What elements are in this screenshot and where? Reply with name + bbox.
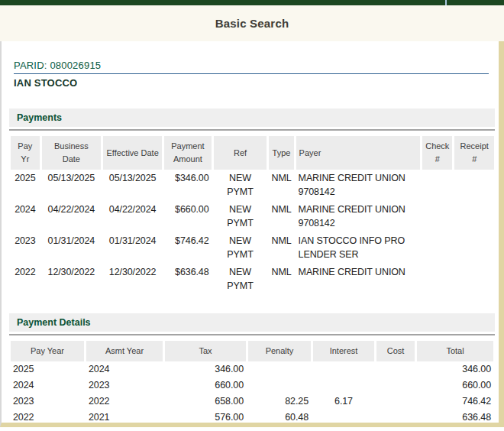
receipt-no [454, 264, 494, 295]
col-total: Total [417, 341, 493, 361]
effective-date: 04/22/2024 [103, 201, 162, 232]
check-no [422, 264, 452, 295]
payer: MARINE CREDIT UNION [296, 264, 421, 295]
payments-section: Payments Pay Yr Business Date Effective … [9, 109, 496, 295]
interest: 6.17 [313, 394, 374, 410]
col-payer: Payer [296, 136, 421, 170]
cost [376, 410, 415, 426]
payment-details-section-title: Payment Details [9, 313, 495, 332]
ref: NEW PYMT [214, 170, 267, 201]
details-header-row: Pay Year Asmt Year Tax Penalty Interest … [11, 341, 493, 361]
payment-amount: $746.42 [164, 232, 211, 264]
header-divider [445, 0, 447, 5]
check-no [422, 232, 452, 264]
pay-yr: 2023 [11, 232, 40, 264]
payment-details-table: Pay Year Asmt Year Tax Penalty Interest … [8, 341, 496, 426]
payment-row: 2025 05/13/2025 05/13/2025 $346.00 NEW P… [11, 170, 494, 201]
pay-year: 2022 [11, 410, 84, 426]
page-title: Basic Search [215, 17, 289, 30]
parid-label: PARID: [14, 60, 47, 71]
type: NML [269, 201, 293, 232]
col-receipt-no: Receipt # [454, 136, 494, 170]
total: 346.00 [417, 361, 493, 378]
asmt-year: 2021 [86, 410, 163, 426]
penalty: 82.25 [248, 394, 311, 410]
payer: IAN STOCCO INFO PRO LENDER SER [296, 232, 421, 264]
payment-row: 2022 12/30/2022 12/30/2022 $636.48 NEW P… [11, 264, 494, 295]
section-rule [9, 129, 495, 131]
parid-line: PARID: 080026915 [14, 60, 489, 74]
pay-yr: 2025 [11, 170, 40, 201]
col-tax: Tax [165, 341, 246, 361]
col-cost: Cost [376, 341, 415, 361]
owner-name: IAN STOCCO [14, 77, 496, 89]
payments-section-title: Payments [9, 109, 495, 127]
payments-header-row: Pay Yr Business Date Effective Date Paym… [11, 136, 494, 170]
total: 746.42 [417, 394, 493, 410]
asmt-year: 2022 [86, 394, 163, 410]
asmt-year: 2024 [86, 361, 163, 378]
payment-amount: $660.00 [164, 201, 211, 232]
penalty [248, 378, 311, 394]
payment-row: 2023 01/31/2024 01/31/2024 $746.42 NEW P… [11, 232, 494, 264]
pay-year: 2023 [11, 394, 84, 410]
penalty: 60.48 [248, 410, 311, 426]
pay-yr: 2024 [11, 201, 40, 232]
receipt-no [454, 232, 494, 264]
pay-year: 2025 [11, 361, 84, 378]
pay-yr: 2022 [11, 264, 40, 295]
business-date: 01/31/2024 [42, 232, 101, 264]
cost [376, 378, 415, 394]
detail-row: 2022 2021 576.00 60.48 636.48 [11, 410, 493, 426]
parid-value: 080026915 [50, 60, 101, 71]
col-payment-amount: Payment Amount [164, 136, 211, 170]
check-no [422, 201, 452, 232]
pay-year: 2024 [11, 378, 84, 394]
col-business-date: Business Date [42, 136, 101, 170]
col-type: Type [269, 136, 293, 170]
section-rule [9, 334, 495, 335]
col-penalty: Penalty [248, 341, 311, 361]
type: NML [269, 264, 293, 295]
effective-date: 01/31/2024 [103, 232, 162, 264]
col-ref: Ref [214, 136, 267, 170]
col-check-no: Check # [422, 136, 452, 170]
tax: 660.00 [165, 378, 246, 394]
payer: MARINE CREDIT UNION 9708142 [296, 170, 421, 201]
detail-row: 2024 2023 660.00 660.00 [11, 378, 493, 394]
col-pay-yr: Pay Yr [11, 136, 40, 170]
type: NML [269, 170, 293, 201]
business-date: 05/13/2025 [42, 170, 101, 201]
payment-row: 2024 04/22/2024 04/22/2024 $660.00 NEW P… [11, 201, 494, 232]
col-interest: Interest [313, 341, 374, 361]
receipt-no [454, 201, 494, 232]
detail-row: 2023 2022 658.00 82.25 6.17 746.42 [11, 394, 493, 410]
tax: 576.00 [165, 410, 246, 426]
tax: 346.00 [165, 361, 246, 378]
col-asmt-year: Asmt Year [86, 341, 163, 361]
payment-amount: $636.48 [164, 264, 211, 295]
payments-table: Pay Yr Business Date Effective Date Paym… [8, 136, 496, 295]
effective-date: 05/13/2025 [103, 170, 162, 201]
tax: 658.00 [165, 394, 246, 410]
penalty [248, 361, 311, 378]
content-panel: PARID: 080026915 IAN STOCCO Payments Pay… [0, 41, 504, 427]
ref: NEW PYMT [214, 232, 267, 264]
check-no [422, 170, 452, 201]
col-pay-year: Pay Year [11, 341, 84, 361]
interest [313, 378, 374, 394]
interest [313, 361, 374, 378]
receipt-no [454, 170, 494, 201]
asmt-year: 2023 [86, 378, 163, 394]
total: 636.48 [417, 410, 493, 426]
top-green-bar [0, 0, 504, 5]
ref: NEW PYMT [214, 201, 267, 232]
detail-row: 2025 2024 346.00 346.00 [11, 361, 493, 378]
interest [313, 410, 374, 426]
payment-details-section: Payment Details Pay Year Asmt Year Tax P… [9, 313, 496, 426]
cost [376, 394, 415, 410]
type: NML [269, 232, 293, 264]
business-date: 12/30/2022 [42, 264, 101, 295]
payer: MARINE CREDIT UNION 9708142 [296, 201, 421, 232]
ref: NEW PYMT [214, 264, 267, 295]
